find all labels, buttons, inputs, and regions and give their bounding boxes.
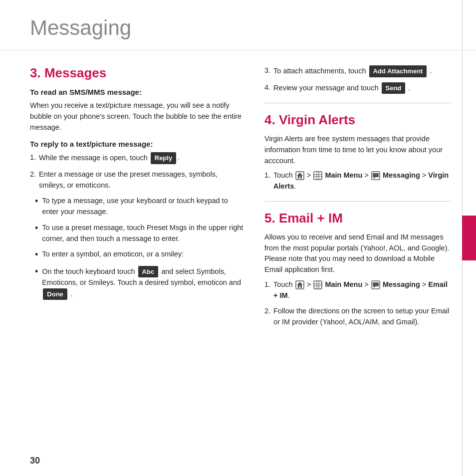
step2: 2. Enter a message or use the preset mes… <box>30 169 244 191</box>
abc-button: Abc <box>138 266 159 278</box>
step2-text: Enter a message or use the preset messag… <box>39 169 244 191</box>
step1-text: While the message is open, touch Reply. <box>39 152 179 164</box>
section5-title: 5. Email + IM <box>264 211 451 226</box>
step1: 1. While the message is open, touch Repl… <box>30 152 244 164</box>
bullet3: To enter a symbol, an emoticon, or a smi… <box>35 249 244 260</box>
done-button: Done <box>43 288 67 300</box>
add-attachment-button: Add Attachment <box>369 65 427 77</box>
grid-icon <box>313 171 322 180</box>
bullet2-text: To use a preset message, touch Preset Ms… <box>42 223 244 244</box>
subsection1-title: To read an SMS/MMS message: <box>30 88 244 96</box>
section5-body: Allows you to receive and send Email and… <box>264 232 451 275</box>
va-main-menu-label: Main Menu <box>325 171 362 179</box>
va-step1: 1. Touch > Main Menu > <box>264 170 451 192</box>
em-step1: 1. Touch > Main Menu > <box>264 279 451 301</box>
sidebar-label-area: Messaging <box>462 0 476 476</box>
em-grid-icon <box>313 280 322 289</box>
page-title: Messaging <box>0 0 476 50</box>
para1: When you receive a text/picture message,… <box>30 100 244 133</box>
va-messaging-label: Messaging <box>383 171 420 179</box>
divider1 <box>264 103 451 103</box>
em-home-icon <box>295 280 304 289</box>
svg-rect-1 <box>314 172 322 180</box>
svg-rect-8 <box>314 281 322 289</box>
step3-num: 3. <box>264 65 270 77</box>
bullet3-text: To enter a symbol, an emoticon, or a smi… <box>42 249 184 260</box>
step3: 3. To attach attachments, touch Add Atta… <box>264 65 451 77</box>
em-messaging-label: Messaging <box>383 280 420 288</box>
bullet1-text: To type a message, use your keyboard or … <box>42 196 244 218</box>
em-step1-text: Touch > Main Menu > <box>273 279 451 301</box>
em-step1-num: 1. <box>264 279 270 301</box>
msg-icon <box>371 171 380 180</box>
step4: 4. Review your message and touch Send . <box>264 82 451 94</box>
step2-num: 2. <box>30 169 36 191</box>
em-msg-icon <box>371 280 380 289</box>
home-icon <box>295 171 304 180</box>
step4-num: 4. <box>264 82 270 94</box>
page-number: 30 <box>30 456 40 466</box>
bullet4-text: On the touch keyboard touch Abc and sele… <box>42 266 244 300</box>
bullet1: To type a message, use your keyboard or … <box>35 196 244 218</box>
em-step2-text: Follow the directions on the screen to s… <box>273 306 451 328</box>
left-column: 3. Messages To read an SMS/MMS message: … <box>30 65 244 454</box>
right-column: 3. To attach attachments, touch Add Atta… <box>264 65 451 454</box>
step1-num: 1. <box>30 152 36 164</box>
section4-title: 4. Virgin Alerts <box>264 112 451 128</box>
divider2 <box>264 201 451 202</box>
bullet2: To use a preset message, touch Preset Ms… <box>35 223 244 244</box>
bullet4: On the touch keyboard touch Abc and sele… <box>35 266 244 300</box>
section3-title: 3. Messages <box>30 65 244 81</box>
bullet-list: To type a message, use your keyboard or … <box>35 196 244 300</box>
step4-text: Review your message and touch Send . <box>273 82 410 94</box>
step3-text: To attach attachments, touch Add Attachm… <box>273 65 432 77</box>
va-step1-num: 1. <box>264 170 270 192</box>
reply-button: Reply <box>151 152 176 164</box>
send-button: Send <box>382 82 406 94</box>
section4-body: Virgin Alerts are free system messages t… <box>264 134 451 166</box>
va-step1-text: Touch > Main Menu > <box>273 170 451 192</box>
em-step2-num: 2. <box>264 306 270 328</box>
em-main-menu-label: Main Menu <box>325 280 362 288</box>
em-step2: 2. Follow the directions on the screen t… <box>264 306 451 328</box>
subsection2-title: To reply to a text/picture message: <box>30 140 244 148</box>
